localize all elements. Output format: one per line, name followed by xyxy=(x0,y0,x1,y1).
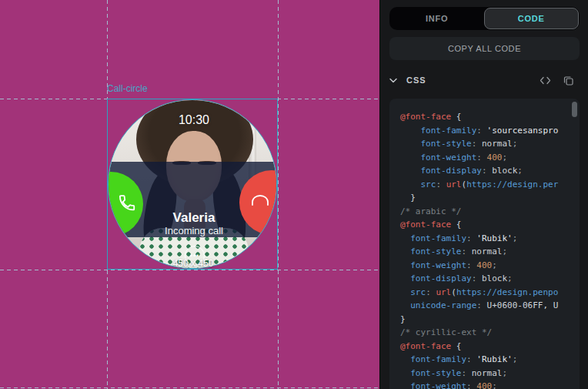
horizontal-guide xyxy=(0,270,379,270)
code-line: @font-face { xyxy=(400,110,580,124)
code-line: } xyxy=(400,313,580,327)
css-code-text: @font-face { font-family: 'sourcesanspro… xyxy=(389,99,580,389)
tab-code[interactable]: CODE xyxy=(484,8,580,29)
code-line: font-display: block; xyxy=(400,164,580,178)
code-line: font-family: 'sourcesanspro xyxy=(400,124,580,138)
code-line: font-style: normal; xyxy=(400,137,580,151)
code-line: font-display: block; xyxy=(400,272,580,286)
code-view-icon[interactable] xyxy=(540,76,551,85)
call-status: Incoming call xyxy=(109,225,277,236)
call-circle-widget[interactable]: 10:30 Valeria Incoming call ••• xyxy=(108,99,277,269)
vertical-guide xyxy=(278,0,279,389)
design-canvas[interactable]: Call-circle 10:30 xyxy=(0,0,379,389)
code-line: @font-face { xyxy=(400,340,580,354)
horizontal-guide xyxy=(0,387,379,388)
caller-name: Valeria xyxy=(109,210,277,226)
code-line: unicode-range: U+0600-06FF, U xyxy=(400,299,580,313)
inspect-panel: INFO CODE COPY ALL CODE CSS xyxy=(379,0,588,389)
code-line: src: url(https://design.penpo xyxy=(400,286,580,300)
code-line: /* arabic */ xyxy=(400,205,580,219)
css-section-label: CSS xyxy=(406,75,426,85)
panel-tabbar: INFO CODE xyxy=(389,7,580,30)
code-line: font-style: normal; xyxy=(400,367,580,381)
code-scrollbar-thumb[interactable] xyxy=(572,102,577,117)
selected-frame[interactable]: 10:30 Valeria Incoming call ••• 450 x 45… xyxy=(107,99,278,270)
code-line: font-family: 'Rubik'; xyxy=(400,353,580,367)
code-line: font-family: 'Rubik'; xyxy=(400,232,580,246)
app-window: Call-circle 10:30 xyxy=(0,0,588,389)
phone-decline-icon xyxy=(249,193,272,208)
code-line: src: url(https://design.per xyxy=(400,178,580,192)
code-line: font-style: normal; xyxy=(400,245,580,259)
copy-all-code-button[interactable]: COPY ALL CODE xyxy=(389,37,580,60)
chevron-down-icon[interactable] xyxy=(389,78,403,83)
code-line: @font-face { xyxy=(400,218,580,232)
copy-css-icon[interactable] xyxy=(563,75,573,86)
tab-info[interactable]: INFO xyxy=(390,8,484,29)
selection-size-label: 450 x 450 xyxy=(108,258,279,269)
code-line: font-weight: 400; xyxy=(400,259,580,273)
css-code-block: @font-face { font-family: 'sourcesanspro… xyxy=(389,99,580,389)
css-section-header: CSS xyxy=(389,73,580,87)
code-line: /* cyrillic-ext */ xyxy=(400,326,580,340)
frame-name-label[interactable]: Call-circle xyxy=(107,83,148,94)
call-time: 10:30 xyxy=(109,113,277,127)
code-line: font-weight: 400; xyxy=(400,151,580,165)
code-line: } xyxy=(400,191,580,205)
code-line: font-weight: 400; xyxy=(400,380,580,389)
